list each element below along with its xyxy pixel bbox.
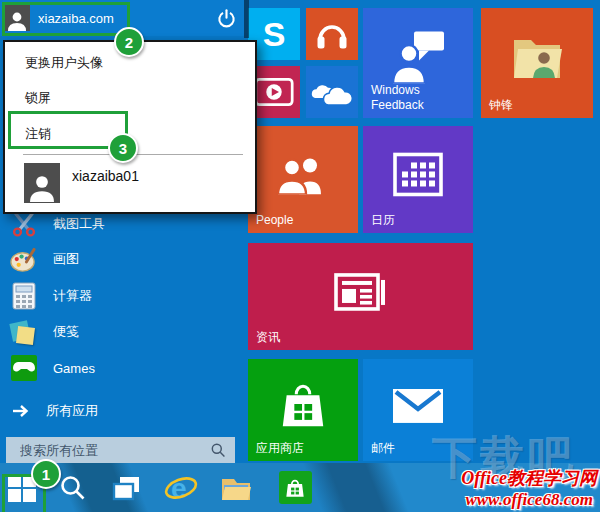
sticky-notes-icon [10, 319, 37, 346]
headphones-icon [315, 19, 349, 50]
video-player-icon [254, 77, 294, 107]
news-icon [334, 270, 388, 312]
account-name-label: xiazaiba01 [72, 168, 139, 184]
people-icon [276, 156, 330, 194]
tile-store[interactable]: 应用商店 [248, 359, 358, 461]
tile-calendar[interactable]: 日历 [363, 126, 473, 233]
tile-label: 应用商店 [256, 441, 352, 456]
site-watermark: Office教程学习网 www.office68.com [461, 466, 597, 510]
search-input[interactable] [6, 443, 210, 458]
calculator-icon [10, 283, 37, 310]
panel-edge-shadow [244, 0, 249, 38]
watermark-line1: Office教程学习网 [461, 466, 597, 490]
app-item-paint[interactable]: 画图 [10, 243, 79, 275]
tile-label: 日历 [371, 213, 467, 228]
store-icon [279, 471, 312, 504]
search-icon [210, 442, 226, 458]
store-bag-icon [277, 379, 329, 429]
calendar-icon [392, 151, 444, 197]
tile-label: 资讯 [256, 330, 467, 345]
annotation-step-2: 2 [114, 27, 144, 57]
arrow-right-icon [12, 404, 29, 418]
tile-music[interactable] [306, 8, 358, 60]
app-item-sticky-notes[interactable]: 便笺 [10, 316, 79, 348]
person-icon [26, 169, 58, 203]
menu-item-change-picture[interactable]: 更换用户头像 [25, 54, 103, 72]
app-item-label: 画图 [53, 250, 79, 268]
games-icon [10, 355, 37, 382]
snipping-tool-icon [10, 211, 37, 238]
tile-label: Windows Feedback [371, 83, 467, 113]
power-icon [216, 8, 237, 29]
feedback-icon [390, 30, 446, 84]
internet-explorer-button[interactable]: e [162, 463, 200, 512]
menu-item-other-account[interactable]: xiazaiba01 [24, 163, 139, 203]
task-view-icon [111, 474, 141, 502]
file-explorer-button[interactable] [217, 463, 255, 512]
menu-item-lock[interactable]: 锁屏 [25, 89, 51, 107]
start-menu-screen: xiazaiba.com 截图工具 [0, 0, 600, 512]
task-view-button[interactable] [108, 463, 144, 512]
app-item-calculator[interactable]: 计算器 [10, 280, 92, 312]
app-item-label: 截图工具 [53, 215, 105, 233]
tile-label: 钟锋 [489, 98, 587, 113]
onedrive-icon [311, 78, 353, 106]
watermark-line2: www.office68.com [461, 490, 597, 510]
account-avatar [24, 163, 60, 203]
power-button[interactable] [212, 5, 240, 31]
annotation-box-user [2, 2, 130, 36]
app-item-games[interactable]: Games [10, 352, 95, 384]
tile-windows-feedback[interactable]: Windows Feedback [363, 8, 473, 118]
tile-label: People [256, 213, 352, 228]
app-item-label: Games [53, 361, 95, 376]
folder-icon [220, 474, 252, 501]
search-icon [59, 474, 86, 501]
internet-explorer-icon: e [164, 472, 198, 504]
skype-icon: S [263, 17, 286, 51]
tile-user-folder[interactable]: 钟锋 [481, 8, 593, 118]
tile-news[interactable]: 资讯 [248, 243, 473, 350]
paint-icon [10, 246, 37, 273]
store-button[interactable] [276, 463, 314, 512]
annotation-step-1: 1 [31, 459, 61, 489]
annotation-step-3: 3 [108, 133, 138, 163]
app-item-label: 计算器 [53, 287, 92, 305]
tile-onedrive[interactable] [306, 66, 358, 118]
mail-envelope-icon [393, 389, 443, 423]
tile-people[interactable]: People [248, 126, 358, 233]
user-folder-icon [508, 32, 566, 82]
app-item-label: 便笺 [53, 323, 79, 341]
all-apps-label: 所有应用 [46, 402, 98, 420]
all-apps-button[interactable]: 所有应用 [12, 402, 98, 420]
